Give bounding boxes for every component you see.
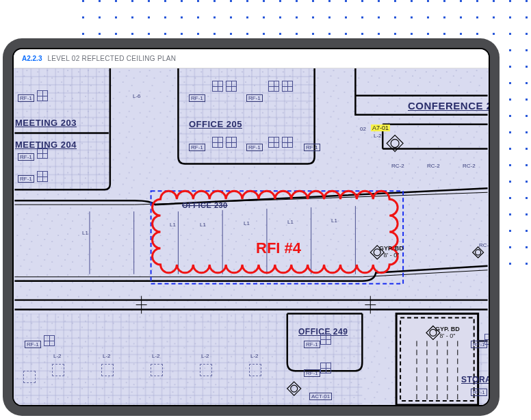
tag-rf1: RF-1 — [18, 153, 34, 161]
tag-l2: L-2 — [53, 353, 62, 359]
tag-rf1: RF-1 — [304, 144, 320, 151]
level-marker-02: 02 — [360, 126, 366, 132]
tag-rc2: RC-2 — [479, 242, 489, 248]
fixture-dash-icon — [52, 364, 64, 376]
tag-l2: L-2 — [374, 133, 382, 139]
fixture-dash-icon — [249, 364, 261, 376]
tag-rc2: RC-2 — [427, 163, 440, 169]
tablet-frame: A2.2.3 LEVEL 02 REFLECTED CEILING PLAN — [3, 38, 500, 416]
fixture-dash-icon — [23, 371, 36, 383]
tag-rf1: RF-1 — [189, 144, 205, 151]
tag-l1: L1 — [244, 220, 250, 226]
svg-rect-11 — [14, 68, 109, 191]
light-fixture-icon — [268, 81, 279, 92]
fixture-dash-icon — [200, 364, 212, 376]
tag-l1: L1 — [331, 218, 337, 224]
tag-rc2: RC-2 — [391, 163, 404, 169]
callout-gyp-bd-lower: GYP. BD 8' - 0" — [435, 326, 460, 339]
tag-l1: L1 — [200, 222, 206, 228]
rfi-markup-label[interactable]: RFI #4 — [256, 239, 301, 257]
light-fixture-icon — [320, 363, 331, 373]
light-fixture-icon — [282, 81, 293, 92]
tag-act01: ACT-01 — [309, 393, 332, 400]
light-fixture-icon — [268, 137, 279, 148]
callout-a701: A7-01 — [371, 124, 390, 131]
light-fixture-icon — [44, 335, 55, 346]
svg-rect-13 — [14, 314, 287, 405]
light-fixture-icon — [226, 137, 237, 148]
tag-rf1: RF-1 — [18, 175, 34, 183]
light-fixture-icon — [37, 148, 48, 159]
tag-rf1: RF-1 — [246, 94, 263, 102]
sheet-title: LEVEL 02 REFLECTED CEILING PLAN — [47, 55, 176, 62]
tag-l6: L-6 — [133, 93, 141, 99]
light-fixture-icon — [282, 137, 293, 148]
callout-gyp-bd-upper: GYP. BD 8' - 0" — [379, 245, 404, 259]
tag-rf1: RF-1 — [304, 369, 320, 377]
tag-l2: L-2 — [201, 353, 209, 359]
tag-rf1: RF-1 — [304, 341, 320, 348]
tag-l1: L1 — [170, 222, 176, 228]
light-fixture-icon — [320, 334, 331, 345]
light-fixture-icon — [226, 81, 237, 92]
light-fixture-icon — [37, 90, 48, 101]
tag-l2: L-2 — [250, 353, 259, 359]
light-fixture-icon — [484, 334, 489, 345]
app-screen: A2.2.3 LEVEL 02 REFLECTED CEILING PLAN — [14, 49, 489, 405]
tag-l2: L-2 — [152, 353, 160, 359]
room-office-230: OFFICE 230 — [182, 201, 228, 209]
light-fixture-icon — [37, 171, 48, 182]
tag-rf1: RF-1 — [25, 341, 41, 348]
light-fixture-icon — [212, 137, 223, 148]
fixture-dash-icon — [151, 364, 163, 376]
tag-rf1: RF-1 — [18, 94, 34, 102]
room-conference: CONFERENCE 2 — [408, 100, 489, 111]
tag-l1: L1 — [82, 230, 88, 236]
tag-rf1: RF-1 — [471, 389, 487, 396]
sheet-code: A2.2.3 — [22, 55, 42, 62]
room-storage: STORAG — [461, 375, 489, 384]
fixture-dash-icon — [101, 364, 114, 376]
drawing-title-bar[interactable]: A2.2.3 LEVEL 02 REFLECTED CEILING PLAN — [14, 49, 489, 68]
tablet-bezel: A2.2.3 LEVEL 02 REFLECTED CEILING PLAN — [12, 48, 490, 406]
tag-l1: L1 — [287, 219, 294, 225]
light-fixture-icon — [212, 81, 223, 92]
tag-l2: L-2 — [103, 353, 111, 359]
room-meeting-203: MEETING 203 — [15, 118, 77, 128]
tag-rf1: RF-1 — [189, 94, 205, 102]
room-office-205: OFFICE 205 — [189, 119, 242, 129]
floor-plan-canvas[interactable]: MEETING 203 MEETING 204 OFFICE 205 CONFE… — [14, 68, 489, 405]
tag-rc2: RC-2 — [463, 163, 476, 169]
tag-rf1: RF-1 — [246, 144, 263, 151]
